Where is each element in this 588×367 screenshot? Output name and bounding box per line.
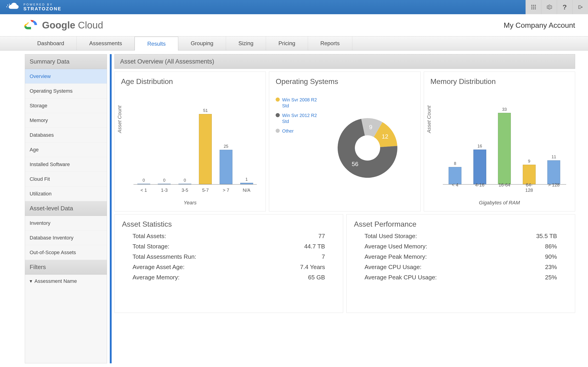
settings-button[interactable] [541,0,557,14]
perf-list: Total Used Storage:35.5 TBAverage Used M… [354,233,568,281]
top-bar: POWERED BY STRATOZONE ? [0,0,588,14]
svg-text:12: 12 [382,133,389,140]
help-button[interactable]: ? [557,0,572,14]
sidebar-item-operating-systems[interactable]: Operating Systems [25,84,107,98]
filter-dropdown[interactable]: ▾Assessment Name [25,275,107,288]
memory-chart: Asset Count 81633911< 44-1616-6464-128> … [431,90,569,198]
stat-row: Total Storage:44.7 TB [132,243,325,250]
legend-label: Win Svr 2012 R2 Std [282,112,321,124]
nav-tab-assessments[interactable]: Assessments [77,36,135,50]
sidebar-item-out-of-scope-assets[interactable]: Out-of-Scope Assets [25,245,107,260]
legend-dot-icon [276,113,280,117]
stat-value: 77 [318,233,325,240]
stat-row: Total Used Storage:35.5 TB [364,233,557,240]
stat-value: 90% [545,253,557,260]
stat-label: Total Assessments Run: [132,253,196,260]
legend-label: Win Svr 2008 R2 Std [282,97,321,109]
apps-button[interactable] [526,0,541,14]
svg-rect-6 [531,7,532,8]
svg-point-2 [6,6,7,7]
sidebar: Summary DataOverviewOperating SystemsSto… [25,54,107,363]
stat-value: 25% [545,274,557,281]
gear-icon [546,4,552,10]
brand-row: Google Cloud My Company Account [0,14,588,36]
stat-row: Average Peak Memory:90% [364,253,557,260]
svg-rect-7 [533,7,534,8]
google-cloud-icon [24,20,38,31]
google-cloud-brand: Google Cloud [24,20,103,31]
stats-list: Total Assets:77Total Storage:44.7 TBTota… [122,233,336,281]
legend-dot-icon [276,98,280,102]
logout-button[interactable] [572,0,588,14]
stat-label: Average Used Memory: [364,243,427,250]
card-title: Age Distribution [121,77,259,86]
nav-tab-reports[interactable]: Reports [308,36,352,50]
top-left-brand: POWERED BY STRATOZONE [0,0,61,14]
stat-label: Total Assets: [132,233,166,240]
stat-value: 65 GB [308,274,325,281]
sidebar-item-overview[interactable]: Overview [25,69,107,84]
main-area: Summary DataOverviewOperating SystemsSto… [0,50,588,367]
os-donut: 12569 [321,90,414,206]
stat-row: Total Assets:77 [132,233,325,240]
stats-row: Asset Statistics Total Assets:77Total St… [114,214,575,313]
stat-value: 86% [545,243,557,250]
age-chart: Asset Count 00051251< 11-33-55-7> 7N/A [121,90,259,198]
sidebar-heading: Summary Data [25,54,107,69]
stat-value: 7.4 Years [300,264,325,271]
svg-rect-11 [535,8,536,9]
svg-rect-9 [531,8,532,9]
top-right-controls: ? [526,0,588,14]
svg-text:9: 9 [369,123,372,130]
operating-systems-card: Operating Systems Win Svr 2008 R2 StdWin… [269,72,420,211]
sidebar-item-database-inventory[interactable]: Database Inventory [25,231,107,245]
card-title: Asset Performance [354,220,568,228]
sidebar-item-utilization[interactable]: Utilization [25,186,107,201]
sidebar-item-age[interactable]: Age [25,142,107,157]
sidebar-item-databases[interactable]: Databases [25,128,107,142]
sidebar-item-inventory[interactable]: Inventory [25,216,107,231]
stat-value: 7 [322,253,325,260]
main-nav: DashboardAssessmentsResultsGroupingSizin… [0,36,588,50]
sidebar-item-memory[interactable]: Memory [25,113,107,128]
sidebar-item-cloud-fit[interactable]: Cloud Fit [25,172,107,186]
stat-label: Average Memory: [132,274,180,281]
x-axis-label: Years [121,200,259,206]
svg-rect-5 [535,5,536,6]
nav-tab-sizing[interactable]: Sizing [226,36,266,50]
question-icon: ? [562,3,567,11]
stat-row: Average Asset Age:7.4 Years [132,264,325,271]
y-axis-label: Asset Count [117,106,123,133]
x-axis-label: Gigabytes of RAM [431,200,569,206]
sidebar-item-storage[interactable]: Storage [25,98,107,113]
card-title: Memory Distribution [431,77,569,86]
stat-label: Average Peak Memory: [364,253,427,260]
nav-tab-dashboard[interactable]: Dashboard [25,36,77,50]
stat-row: Average CPU Usage:23% [364,264,557,271]
stat-label: Average CPU Usage: [364,264,422,271]
stat-label: Average Peak CPU Usage: [364,274,437,281]
legend-item[interactable]: Win Svr 2008 R2 Std [276,97,321,109]
legend-item[interactable]: Other [276,128,321,134]
y-axis-label: Asset Count [426,106,432,133]
svg-point-1 [9,4,10,5]
svg-rect-8 [535,7,536,8]
svg-text:56: 56 [352,160,358,167]
nav-tab-results[interactable]: Results [135,37,178,50]
stat-row: Average Memory:65 GB [132,274,325,281]
svg-rect-3 [531,5,532,6]
powered-by-text: POWERED BY STRATOZONE [23,3,61,11]
stat-value: 23% [545,264,557,271]
google-cloud-text: Google Cloud [42,20,103,31]
stat-row: Average Peak CPU Usage:25% [364,274,557,281]
stat-row: Average Used Memory:86% [364,243,557,250]
sidebar-item-installed-software[interactable]: Installed Software [25,157,107,172]
sidebar-heading: Asset-level Data [25,201,107,216]
asset-performance-card: Asset Performance Total Used Storage:35.… [346,214,575,313]
card-title: Asset Statistics [122,220,336,228]
memory-distribution-card: Memory Distribution Asset Count 81633911… [424,72,575,211]
chevron-down-icon: ▾ [30,278,32,284]
nav-tab-grouping[interactable]: Grouping [178,36,226,50]
nav-tab-pricing[interactable]: Pricing [266,36,308,50]
legend-item[interactable]: Win Svr 2012 R2 Std [276,112,321,124]
